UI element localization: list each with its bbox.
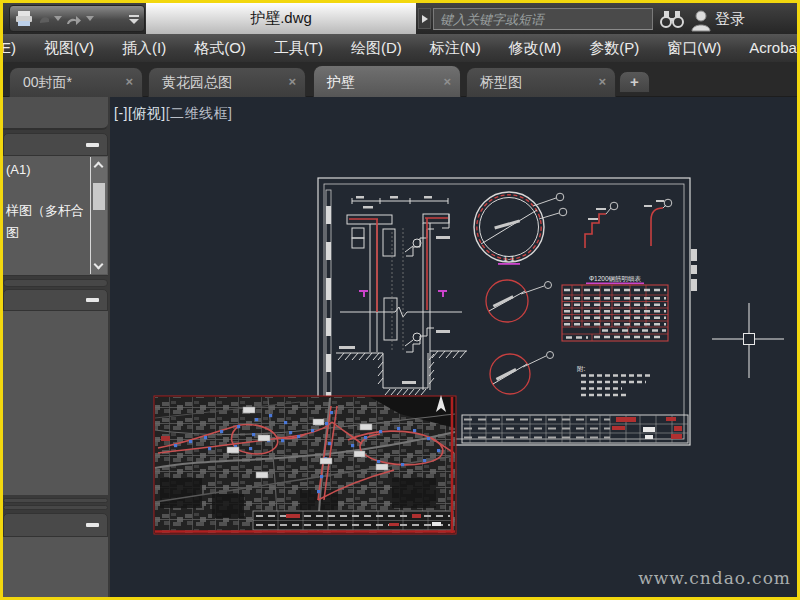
tab-00-cover[interactable]: 00封面* ×: [9, 67, 143, 97]
panel-divider: [3, 279, 108, 287]
search-expand-button[interactable]: [418, 8, 431, 29]
watermark: www.cndao.com: [638, 568, 791, 588]
collapse-icon[interactable]: [86, 523, 99, 527]
list-item[interactable]: 样图（多杆合: [6, 202, 84, 220]
menu-draw[interactable]: 绘图(D): [337, 34, 416, 62]
preview-panel-header[interactable]: [3, 289, 108, 311]
title-bar: 护壁.dwg 登录: [3, 3, 797, 34]
customize-toolbar-icon[interactable]: [128, 13, 140, 25]
wall-section: [336, 198, 467, 395]
close-tab-icon[interactable]: ×: [443, 74, 451, 89]
viewport-visualstyle-control[interactable]: [二维线框]: [166, 105, 233, 121]
close-tab-icon[interactable]: ×: [288, 74, 296, 89]
viewport-controls: [-][俯视][二维线框]: [114, 105, 233, 123]
redo-dropdown-icon[interactable]: [86, 16, 94, 21]
collapse-icon[interactable]: [86, 143, 99, 147]
close-tab-icon[interactable]: ×: [125, 74, 133, 89]
scrollbar-thumb[interactable]: [93, 183, 105, 210]
scrollbar[interactable]: [90, 157, 107, 274]
table-title: Φ1200钢筋明细表: [589, 275, 642, 283]
sidebar-palette: (A1) 样图（多杆合 图: [3, 97, 110, 597]
ring-sections: 1-1: [474, 192, 567, 394]
notes-label: 附:: [577, 365, 586, 373]
menu-parametric[interactable]: 参数(P): [575, 34, 653, 62]
map-title-strip: [253, 511, 453, 530]
panel-divider: [3, 505, 108, 510]
quick-access-toolbar: [9, 5, 145, 32]
document-title: 护壁.dwg: [250, 9, 312, 28]
tab-qiaoxingtu[interactable]: 桥型图 ×: [466, 67, 616, 97]
menu-insert[interactable]: 插入(I): [108, 34, 180, 62]
right-arrow-icon: [422, 15, 428, 23]
rebar-details: [585, 199, 672, 248]
menu-acrobat[interactable]: Acrobat: [735, 34, 797, 62]
undo-icon[interactable]: [37, 12, 51, 26]
viewport-view-control[interactable]: [俯视]: [128, 105, 166, 121]
menu-view[interactable]: 视图(V): [30, 34, 108, 62]
list-item[interactable]: (A1): [6, 162, 31, 177]
menu-modify[interactable]: 修改(M): [495, 34, 576, 62]
login-button[interactable]: 登录: [715, 10, 745, 29]
scroll-down-icon[interactable]: [94, 260, 104, 270]
undo-dropdown-icon[interactable]: [54, 16, 62, 21]
search-binoculars-icon[interactable]: [660, 10, 684, 29]
redo-icon[interactable]: [65, 12, 83, 26]
preview-panel-body: [3, 311, 108, 495]
viewport-minimize-control[interactable]: [-]: [114, 105, 128, 121]
section-label: 1-1: [503, 254, 515, 263]
site-plan-drawing: [154, 395, 456, 534]
menu-window[interactable]: 窗口(W): [653, 34, 735, 62]
list-item[interactable]: 图: [6, 224, 19, 242]
collapse-icon[interactable]: [86, 298, 99, 302]
sheet-list-panel-header[interactable]: [3, 133, 108, 156]
detail-panel-header[interactable]: [3, 513, 108, 537]
notes-block: 附:: [577, 365, 650, 395]
help-search-input[interactable]: [433, 8, 653, 30]
menu-edit[interactable]: (E): [3, 34, 30, 62]
panel-divider: [3, 498, 108, 503]
menu-format[interactable]: 格式(O): [180, 34, 260, 62]
document-tab-bar: 00封面* × 黄花园总图 × 护壁 × 桥型图 × +: [3, 62, 797, 97]
drawing-viewport[interactable]: [-][俯视][二维线框]: [110, 97, 797, 597]
menu-dimension[interactable]: 标注(N): [416, 34, 495, 62]
document-title-plate: 护壁.dwg: [146, 3, 416, 34]
crosshair-cursor: [712, 303, 784, 378]
scroll-up-icon[interactable]: [94, 162, 104, 172]
print-icon[interactable]: [14, 10, 34, 28]
menu-bar: (E) 视图(V) 插入(I) 格式(O) 工具(T) 绘图(D) 标注(N) …: [3, 34, 797, 62]
sidebar-top-panel: [3, 97, 108, 130]
user-account-icon[interactable]: [690, 9, 712, 32]
tab-huanghuayuan[interactable]: 黄花园总图 ×: [148, 67, 306, 97]
drawing-canvas[interactable]: 1-1: [110, 97, 797, 597]
menu-tools[interactable]: 工具(T): [260, 34, 337, 62]
new-tab-button[interactable]: +: [619, 71, 650, 93]
sheet-list: (A1) 样图（多杆合 图: [3, 156, 108, 276]
rebar-table: Φ1200钢筋明细表: [562, 275, 668, 341]
application-window: 护壁.dwg 登录 (E) 视图(V) 插入(I) 格式(O) 工具(T) 绘图…: [0, 0, 800, 600]
close-tab-icon[interactable]: ×: [598, 74, 606, 89]
detail-panel-body: [3, 537, 108, 597]
tab-hubi-active[interactable]: 护壁 ×: [313, 65, 461, 97]
